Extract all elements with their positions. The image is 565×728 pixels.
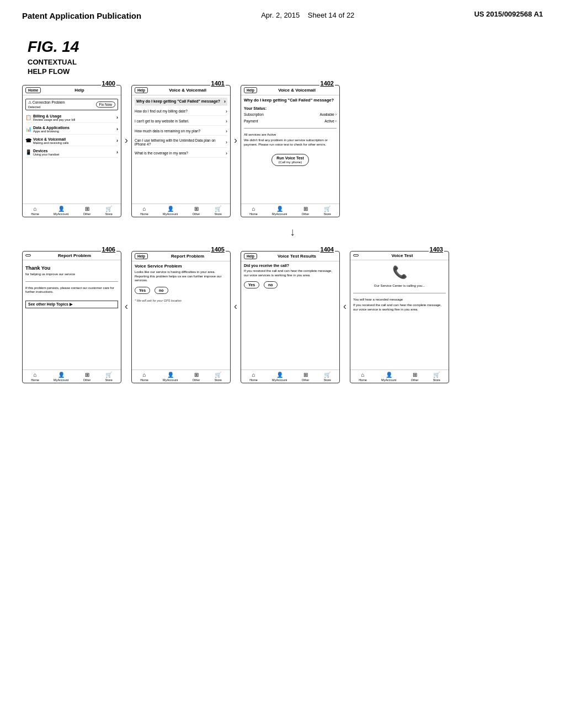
footer-home-1403[interactable]: ⌂ Home [359, 372, 367, 382]
chevron-1401-2: › [226, 119, 227, 124]
account-icon-1406: 👤 [58, 372, 65, 378]
screen-1401-content: Why do I keep getting "Call Failed" mess… [132, 95, 230, 204]
footer-other-1406[interactable]: ⊞ Other [83, 372, 91, 382]
run-voice-test-btn[interactable]: Run Voice Test (Call my phone) [271, 154, 309, 166]
screen-1400-footer: ⌂ Home 👤 MyAccount ⊞ Other 🛒 Store [23, 204, 121, 217]
back-btn-1401[interactable]: Help [135, 87, 148, 93]
footer-home-1400[interactable]: ⌂ Home [31, 206, 39, 216]
footer-store-1401[interactable]: 🛒 Store [215, 206, 222, 216]
footer-other-1402[interactable]: ⊞ Other [302, 206, 310, 216]
arrow-1402-down: ↓ [290, 226, 295, 238]
footer-home-1405[interactable]: ⌂ Home [140, 372, 148, 382]
devices-sub: Using your handset [33, 153, 59, 156]
patent-number: US 2015/0092568 A1 [474, 10, 543, 18]
footer-store-1406[interactable]: 🛒 Store [105, 372, 113, 382]
footer-account-1404[interactable]: 👤 MyAccount [272, 372, 287, 382]
list-item-1401-2[interactable]: I can't get to any website in Safari. › [135, 117, 227, 126]
voice-test-icon: 📞 [392, 265, 407, 280]
divider-1403 [353, 293, 446, 293]
chevron-1401-1: › [226, 109, 227, 114]
billing-chevron: › [116, 115, 118, 120]
footer-account-1406[interactable]: 👤 MyAccount [54, 372, 68, 382]
all-screens: 1400 Home Help ⚠ Connection Problem Dete… [22, 85, 548, 383]
back-btn-1403[interactable] [353, 254, 359, 256]
footer-other-1401[interactable]: ⊞ Other [193, 206, 200, 216]
menu-data[interactable]: 📊 Data & Applications Apps and browsing … [25, 125, 118, 135]
back-btn-1402[interactable]: Help [244, 87, 257, 93]
menu-billing[interactable]: 📋 Billing & Usage Review usage and pay y… [25, 113, 118, 123]
footer-account-1402[interactable]: 👤 MyAccount [272, 206, 287, 216]
footer-home-1406[interactable]: ⌂ Home [31, 372, 39, 382]
footer-home-1404[interactable]: ⌂ Home [249, 372, 258, 382]
footer-home-1401[interactable]: ⌂ Home [140, 206, 148, 216]
footer-store-1405[interactable]: 🛒 Store [215, 372, 222, 382]
account-icon-1405: 👤 [167, 372, 174, 378]
back-btn-1406[interactable] [25, 254, 31, 256]
footer-other-1405[interactable]: ⊞ Other [193, 372, 200, 382]
screen-1402-footer: ⌂ Home 👤 MyAccount ⊞ Other 🛒 Store [241, 204, 339, 217]
no-btn-1404[interactable]: no [264, 281, 278, 288]
list-item-1401-1[interactable]: How do I find out my billing date? › [135, 108, 227, 116]
arrow-1404-to-1403: › [343, 301, 347, 312]
other-icon-1403: ⊞ [413, 372, 417, 378]
footer-account-1403[interactable]: 👤 MyAccount [381, 372, 396, 382]
no-btn-1405[interactable]: no [154, 287, 168, 294]
footer-store-1403[interactable]: 🛒 Store [433, 372, 440, 382]
yes-btn-1404[interactable]: Yes [244, 281, 259, 288]
figure-label: FIG. 14 [28, 38, 79, 56]
screen-1405-content: Voice Service Problem Looks like our ser… [132, 261, 230, 370]
screen-num-1403: 1403 [429, 246, 444, 253]
menu-devices[interactable]: 📱 Devices Using your handset › [25, 148, 118, 158]
figure-label-area: FIG. 14 CONTEXTUAL HELP FLOW [28, 38, 548, 77]
menu-voice[interactable]: ☎ Voice & Voicemail Making and receiving… [25, 136, 118, 146]
available-chevron: › [335, 113, 337, 116]
detail-1404: If you received the call and can hear th… [244, 269, 337, 278]
list-item-1401-3[interactable]: How much data is remaining on my plan? › [135, 127, 227, 136]
thanks-title: Thank You [25, 265, 118, 271]
billing-icon: 📋 [25, 115, 31, 120]
screen-1402: 1402 Help Voice & Voicemail Why do I kee… [241, 85, 340, 217]
home-icon-1405: ⌂ [142, 372, 146, 378]
footer-other-1400[interactable]: ⊞ Other [83, 206, 91, 216]
footer-account-1405[interactable]: 👤 MyAccount [163, 372, 178, 382]
list-item-1401-4[interactable]: Can I use tethering with the Unlimited D… [135, 137, 227, 148]
footer-other-1404[interactable]: ⊞ Other [302, 372, 310, 382]
sub-body-1403: You will hear a recorded message [353, 298, 446, 302]
account-icon: 👤 [58, 206, 65, 212]
back-btn-1404[interactable]: Help [244, 253, 257, 259]
data-icon: 📊 [25, 126, 31, 132]
yes-no-row-1405: Yes no [135, 287, 227, 294]
see-other-btn[interactable]: See other Help Topics ▶ [25, 301, 118, 308]
screen-1404-title: Voice Test Results [257, 254, 337, 259]
yes-btn-1405[interactable]: Yes [135, 287, 150, 294]
other-icon-1406: ⊞ [85, 372, 89, 378]
footer-store-1402[interactable]: 🛒 Store [324, 206, 331, 216]
voice-sub: Making and receiving calls [33, 141, 69, 144]
screen-1406-title: Report Problem [31, 253, 118, 258]
store-icon-1405: 🛒 [215, 372, 221, 378]
other-icon-1405: ⊞ [194, 372, 199, 378]
footer-account-1400[interactable]: 👤 MyAccount [54, 206, 68, 216]
other-icon-1404: ⊞ [303, 372, 308, 378]
screen-1401: 1401 Help Voice & Voicemail Why do I kee… [131, 85, 231, 217]
other-icon-1402: ⊞ [303, 206, 308, 212]
footer-account-1401[interactable]: 👤 MyAccount [163, 206, 178, 216]
screen-1406-footer: ⌂ Home 👤 MyAccount ⊞ Other 🛒 Store [23, 370, 121, 383]
screen-1401-title: Voice & Voicemail [148, 88, 227, 93]
divider-1406 [25, 281, 118, 282]
list-item-1401-5[interactable]: What is the coverage in my area? › [135, 149, 227, 158]
screen-1405-header: Help Report Problem [132, 251, 230, 261]
footer-other-1403[interactable]: ⊞ Other [411, 372, 419, 382]
store-icon: 🛒 [105, 206, 112, 212]
footer-home-1402[interactable]: ⌂ Home [249, 206, 258, 216]
chevron-1401-3: › [226, 129, 227, 134]
footer-store-1400[interactable]: 🛒 Store [105, 206, 113, 216]
home-icon-1404: ⌂ [252, 372, 255, 378]
screen-num-1401: 1401 [210, 80, 226, 87]
back-btn-1400[interactable]: Home [25, 87, 41, 93]
billing-label: Billing & Usage [33, 114, 75, 118]
back-btn-1405[interactable]: Help [135, 253, 148, 259]
fix-now-btn[interactable]: Fix Now [96, 101, 115, 108]
footer-store-1404[interactable]: 🛒 Store [324, 372, 331, 382]
list-item-question-1401[interactable]: Why do I keep getting "Call Failed" mess… [135, 98, 227, 106]
